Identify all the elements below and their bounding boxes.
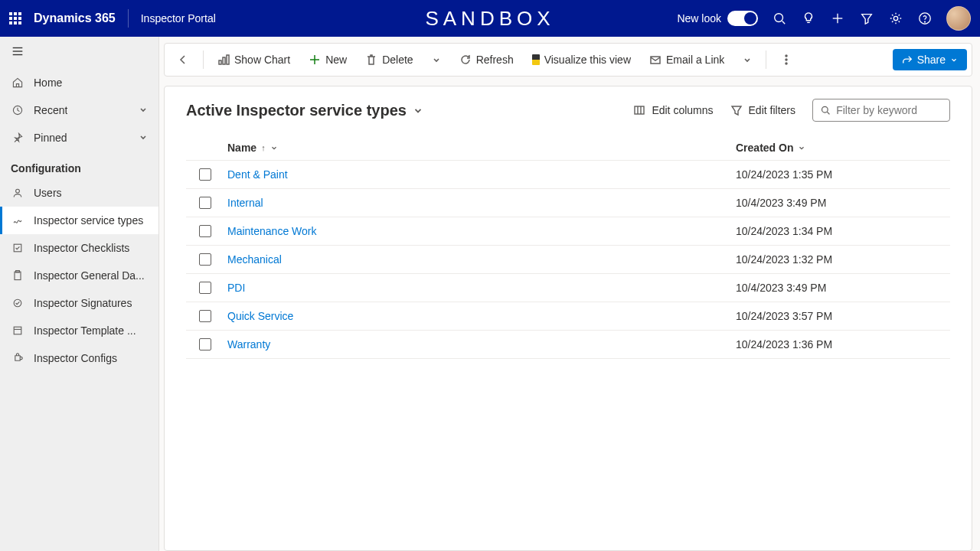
row-checkbox[interactable] — [199, 282, 211, 294]
clock-icon — [11, 103, 24, 117]
row-checkbox[interactable] — [199, 168, 211, 181]
filter-keyword-box[interactable] — [812, 99, 950, 122]
search-icon[interactable] — [772, 11, 787, 26]
toggle-switch[interactable] — [727, 11, 758, 26]
table-row[interactable]: Internal10/4/2023 3:49 PM — [186, 189, 950, 217]
table-row[interactable]: Warranty10/24/2023 1:36 PM — [186, 331, 950, 359]
record-link[interactable]: Quick Service — [227, 310, 293, 322]
sidebar-item-configs[interactable]: Inspector Configs — [0, 344, 158, 372]
row-created-cell: 10/24/2023 1:34 PM — [736, 225, 950, 237]
svg-point-26 — [786, 59, 787, 60]
row-checkbox-cell — [186, 225, 224, 237]
new-button[interactable]: New — [301, 49, 354, 70]
email-dropdown[interactable] — [735, 51, 760, 69]
sidebar-collapse-button[interactable] — [0, 37, 158, 69]
email-icon — [649, 54, 662, 66]
delete-dropdown[interactable] — [424, 51, 449, 69]
sidebar-item-label: Users — [34, 187, 62, 199]
svg-point-7 — [925, 21, 926, 22]
cmd-label: Show Chart — [234, 54, 290, 66]
record-link[interactable]: Internal — [227, 197, 263, 209]
lightbulb-icon[interactable] — [801, 11, 816, 26]
row-checkbox[interactable] — [199, 197, 211, 209]
row-created-cell: 10/24/2023 1:36 PM — [736, 338, 950, 350]
svg-point-12 — [16, 189, 20, 193]
row-checkbox[interactable] — [199, 253, 211, 266]
column-header-name[interactable]: Name ↑ — [224, 142, 736, 154]
table-row[interactable]: Maintenance Work10/24/2023 1:34 PM — [186, 217, 950, 246]
sidebar-item-label: Inspector General Da... — [34, 269, 145, 282]
edit-columns-button[interactable]: Edit columns — [633, 104, 713, 116]
edit-filters-button[interactable]: Edit filters — [730, 104, 795, 116]
svg-rect-14 — [15, 272, 21, 279]
plus-icon[interactable] — [830, 11, 845, 26]
app-name: Inspector Portal — [141, 12, 216, 24]
table-row[interactable]: Mechanical10/24/2023 1:32 PM — [186, 246, 950, 274]
chevron-down-icon — [139, 132, 148, 144]
user-avatar[interactable] — [946, 6, 971, 31]
home-icon — [11, 76, 24, 90]
row-name-cell: Internal — [224, 197, 736, 209]
record-link[interactable]: Warranty — [227, 338, 270, 350]
record-link[interactable]: Mechanical — [227, 253, 282, 266]
filter-keyword-input[interactable] — [836, 104, 942, 116]
delete-button[interactable]: Delete — [358, 49, 420, 70]
show-chart-button[interactable]: Show Chart — [210, 49, 298, 70]
sidebar-item-signatures[interactable]: Inspector Signatures — [0, 289, 158, 317]
row-created-cell: 10/4/2023 3:49 PM — [736, 197, 950, 209]
svg-rect-13 — [14, 244, 21, 252]
svg-rect-20 — [223, 57, 225, 64]
sidebar-item-pinned[interactable]: Pinned — [0, 124, 158, 152]
email-link-button[interactable]: Email a Link — [642, 49, 732, 70]
sidebar-item-label: Inspector Checklists — [34, 242, 129, 254]
share-button[interactable]: Share — [893, 49, 967, 70]
row-checkbox[interactable] — [199, 338, 211, 350]
column-header-created[interactable]: Created On — [736, 142, 950, 154]
app-launcher-icon[interactable] — [9, 12, 21, 24]
global-header: Dynamics 365 Inspector Portal SANDBOX Ne… — [0, 0, 980, 37]
table-row[interactable]: Quick Service10/24/2023 3:57 PM — [186, 302, 950, 331]
sidebar-item-home[interactable]: Home — [0, 69, 158, 96]
record-link[interactable]: Maintenance Work — [227, 225, 316, 237]
sidebar-item-checklists[interactable]: Inspector Checklists — [0, 234, 158, 262]
record-link[interactable]: PDI — [227, 282, 245, 294]
sidebar-item-general-data[interactable]: Inspector General Da... — [0, 262, 158, 289]
sidebar-item-service-types[interactable]: Inspector service types — [0, 207, 158, 234]
svg-point-16 — [14, 299, 21, 307]
column-label: Name — [227, 142, 256, 154]
row-checkbox[interactable] — [199, 225, 211, 237]
filter-funnel-icon[interactable] — [859, 11, 874, 26]
row-checkbox-cell — [186, 168, 224, 181]
refresh-button[interactable]: Refresh — [452, 49, 521, 70]
new-look-toggle[interactable]: New look — [677, 11, 758, 26]
table-row[interactable]: PDI10/4/2023 3:49 PM — [186, 274, 950, 302]
row-name-cell: Warranty — [224, 338, 736, 350]
sidebar-item-label: Home — [34, 77, 62, 89]
svg-point-27 — [786, 63, 787, 64]
powerbi-icon — [532, 54, 540, 65]
table-row[interactable]: Dent & Paint10/24/2023 1:35 PM — [186, 161, 950, 189]
sidebar-item-recent[interactable]: Recent — [0, 96, 158, 124]
squiggle-icon — [11, 214, 24, 227]
svg-rect-19 — [219, 60, 221, 64]
help-icon[interactable] — [917, 11, 933, 26]
cmd-label: New — [325, 54, 347, 66]
checkbox-icon — [11, 241, 24, 255]
view-header: Active Inspector service types Edit colu… — [186, 99, 950, 122]
gear-icon[interactable] — [888, 11, 903, 26]
separator — [766, 51, 766, 69]
sort-asc-icon: ↑ — [261, 143, 266, 152]
row-created-cell: 10/4/2023 3:49 PM — [736, 282, 950, 294]
back-button[interactable] — [169, 49, 197, 70]
more-commands-button[interactable] — [773, 49, 800, 70]
back-arrow-icon — [177, 54, 189, 66]
record-link[interactable]: Dent & Paint — [227, 168, 288, 181]
sidebar-item-template[interactable]: Inspector Template ... — [0, 317, 158, 344]
svg-rect-17 — [14, 327, 21, 334]
sidebar-item-users[interactable]: Users — [0, 179, 158, 207]
visualize-button[interactable]: Visualize this view — [524, 49, 639, 70]
view-selector[interactable]: Active Inspector service types — [186, 102, 423, 119]
sidebar-item-label: Inspector service types — [34, 214, 143, 227]
chevron-down-icon — [270, 144, 278, 152]
row-checkbox[interactable] — [199, 310, 211, 322]
